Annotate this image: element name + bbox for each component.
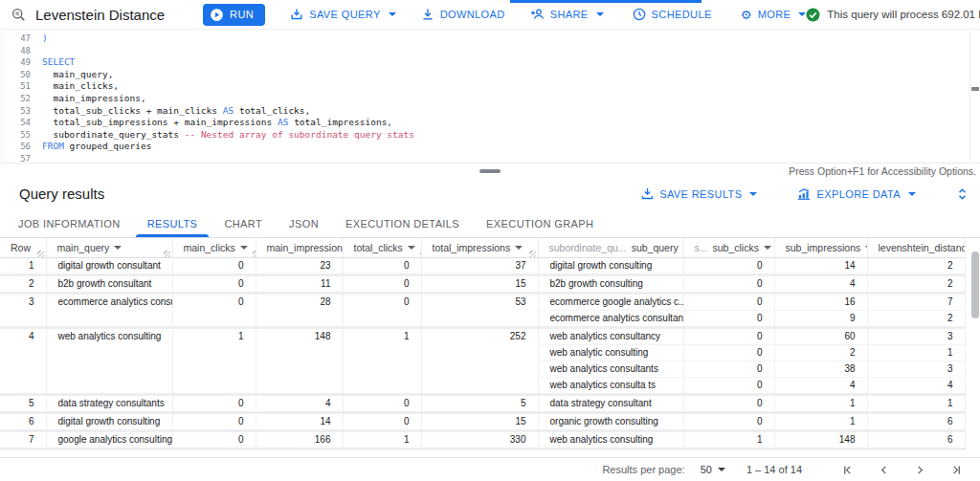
panel-resize-handle[interactable] [479, 169, 501, 173]
line-number: 56 [6, 141, 31, 153]
code-line: 57 [6, 153, 980, 163]
table-cell: data strategy consultant [538, 394, 683, 412]
tab-results[interactable]: RESULTS [134, 209, 212, 237]
table-cell: 2 [867, 257, 965, 274]
table-cell: 0 [683, 293, 774, 310]
chevron-down-icon [389, 12, 396, 16]
table-cell: web analytics consulta ts [538, 377, 683, 394]
first-page-icon [842, 465, 853, 475]
expand-collapse-icon [956, 187, 969, 201]
table-cell: web analytics consulting [538, 430, 683, 448]
download-button[interactable]: DOWNLOAD [421, 8, 505, 21]
column-resize-handle[interactable] [529, 251, 536, 257]
share-button[interactable]: SHARE [530, 8, 604, 21]
column-label: sub_impressions [786, 242, 861, 253]
table-cell: 14 [256, 412, 343, 430]
tab-execution-details[interactable]: EXECUTION DETAILS [332, 209, 473, 237]
table-cell: 2 [867, 310, 965, 327]
table-cell: 3 [867, 361, 965, 377]
editor-scrollbar-thumb[interactable] [971, 87, 979, 91]
column-header-sub_query[interactable]: subordinate_qu...sub_query [538, 238, 683, 257]
table-cell: 0 [343, 257, 421, 274]
column-menu-caret-icon[interactable] [240, 246, 248, 250]
table-cell: 1 [343, 430, 421, 448]
clock-icon [633, 8, 646, 21]
table-cell: 6 [0, 412, 46, 430]
column-menu-caret-icon[interactable] [408, 246, 415, 250]
table-cell: 1 [683, 430, 774, 448]
save-results-button[interactable]: SAVE RESULTS [641, 187, 757, 200]
save-query-button[interactable]: SAVE QUERY [290, 8, 396, 21]
chevron-down-icon [596, 12, 604, 16]
last-page-button[interactable] [946, 459, 967, 480]
table-cell: ecommerce analytics consulting [46, 293, 172, 327]
table-cell: 148 [256, 327, 343, 394]
column-menu-caret-icon[interactable] [515, 246, 523, 250]
column-header-row: Row [0, 238, 46, 257]
table-cell: 330 [421, 430, 538, 448]
table-cell: 7 [867, 293, 965, 310]
editor-scrollbar[interactable] [969, 30, 980, 163]
column-header-total_impressions[interactable]: total_impressions [421, 238, 538, 257]
first-page-button[interactable] [836, 459, 858, 480]
code-line: 51 main_clicks, [6, 80, 980, 93]
page-size-select[interactable]: 50 [701, 464, 725, 475]
next-page-button[interactable] [909, 459, 930, 480]
accessibility-note: Press Option+F1 for Accessibility Option… [789, 165, 976, 177]
page-range: 1 – 14 of 14 [746, 464, 802, 475]
results-scrollbar-thumb[interactable] [971, 251, 979, 318]
column-header-main_impressions[interactable]: main_impressions [256, 238, 343, 257]
column-header-sub_clicks[interactable]: s...sub_clicks [683, 238, 774, 257]
tab-job-information[interactable]: JOB INFORMATION [5, 209, 134, 237]
table-cell: 1 [867, 344, 965, 361]
chevron-down-icon [908, 192, 916, 196]
table-cell: 1 [343, 327, 421, 394]
table-cell: 0 [172, 293, 256, 327]
more-button[interactable]: ⚙ MORE [741, 9, 807, 21]
code-line: 49SELECT [6, 56, 980, 69]
table-cell: 0 [683, 361, 774, 377]
line-number: 50 [6, 69, 31, 81]
column-resize-handle[interactable] [37, 251, 44, 257]
table-cell: 148 [774, 430, 867, 448]
column-resize-handle[interactable] [164, 251, 170, 257]
table-cell: organic growth consulting [538, 412, 683, 430]
prev-page-button[interactable] [873, 459, 894, 480]
tab-json[interactable]: JSON [276, 209, 332, 237]
table-cell: ecommerce google analytics c... [538, 293, 683, 310]
table-cell: 28 [256, 293, 343, 327]
code-text: total_sub_clicks + main_clicks AS total_… [31, 105, 310, 118]
table-cell: 4 [774, 274, 867, 293]
schedule-button[interactable]: SCHEDULE [633, 8, 712, 21]
column-header-sub_impressions[interactable]: sub_impressions [774, 238, 867, 257]
column-label: total_impressions [433, 242, 511, 253]
run-button[interactable]: RUN [203, 4, 265, 26]
column-menu-caret-icon[interactable] [764, 246, 771, 250]
table-cell: 37 [421, 257, 538, 274]
tab-chart[interactable]: CHART [211, 209, 276, 237]
table-cell: 7 [0, 430, 46, 448]
expand-results-button[interactable] [956, 187, 969, 201]
table-cell: 252 [421, 327, 538, 394]
column-menu-caret-icon[interactable] [114, 246, 122, 250]
code-text: ) [31, 33, 48, 45]
code-text [31, 153, 42, 163]
column-header-main_clicks[interactable]: main_clicks [172, 238, 256, 257]
column-header-total_clicks[interactable]: total_clicks [343, 238, 421, 257]
tab-execution-graph[interactable]: EXECUTION GRAPH [473, 209, 607, 237]
chevron-down-icon [718, 468, 725, 471]
table-cell: 0 [172, 412, 256, 430]
table-cell: 15 [421, 274, 538, 293]
sql-editor[interactable]: 47)4849SELECT50 main_query,51 main_click… [0, 30, 980, 163]
explore-data-button[interactable]: EXPLORE DATA [797, 187, 916, 200]
table-cell: 4 [256, 394, 343, 412]
save-results-icon [641, 187, 654, 200]
column-label: total_clicks [354, 242, 403, 253]
results-per-page-label: Results per page: [602, 464, 684, 475]
code-line: 55 subordinate_query_stats -- Nested arr… [6, 129, 980, 142]
table-cell: 1 [172, 327, 256, 394]
table-row: 4web analytics consulting11481252web ana… [0, 327, 965, 344]
column-header-main_query[interactable]: main_query [46, 238, 172, 257]
table-cell: 4 [867, 377, 965, 394]
chevron-right-icon [915, 465, 925, 475]
